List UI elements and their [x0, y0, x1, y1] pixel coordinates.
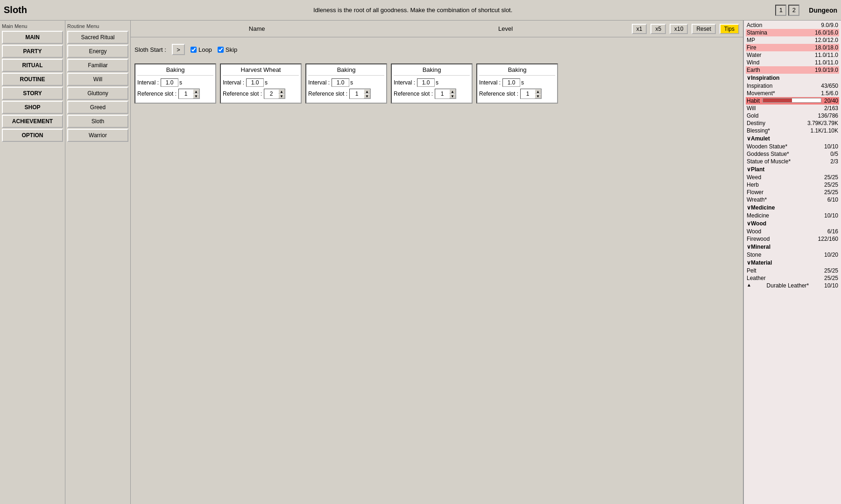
slot-2-interval-input[interactable] [246, 78, 264, 87]
skip-checkbox-label[interactable]: Skip [218, 46, 237, 53]
start-btn[interactable]: > [172, 44, 185, 55]
slot-4-interval-input[interactable] [417, 78, 435, 87]
loop-checkbox[interactable] [191, 47, 197, 53]
habit-label: Habit [747, 98, 760, 104]
x10-btn[interactable]: x10 [670, 24, 688, 34]
slot-4-interval-label: Interval : [394, 79, 415, 86]
story-btn[interactable]: STORY [2, 87, 63, 100]
earth-value: 19.0/19.0 [815, 67, 838, 73]
name-col-header: Name [134, 25, 379, 32]
tab-1-button[interactable]: 1 [775, 5, 786, 16]
slot-1-up[interactable]: ▲ [193, 89, 199, 94]
slot-1-s-label: s [179, 79, 182, 86]
slot-1-spinner: ▲ ▼ [178, 89, 200, 99]
content-area: Sloth Start : > Loop Skip Baking Interva… [131, 37, 743, 504]
slot-5: Baking Interval : s Reference slot : ▲ ▼ [476, 63, 558, 104]
weed-label: Weed [747, 174, 761, 181]
slot-1-ref-val[interactable] [179, 89, 193, 98]
level-col-header: Level [383, 25, 628, 32]
action-label: Action [747, 22, 762, 28]
wind-value: 11.0/11.0 [815, 59, 838, 66]
leather-stat: Leather 25/25 [746, 274, 839, 282]
achievement-btn[interactable]: ACHIEVEMENT [2, 115, 63, 128]
herb-stat: Herb 25/25 [746, 181, 839, 189]
slot-2-down[interactable]: ▼ [278, 94, 285, 98]
wooden-statue-value: 10/10 [824, 143, 838, 150]
slot-3-interval-label: Interval : [308, 79, 330, 86]
ritual-btn[interactable]: RITUAL [2, 59, 63, 72]
shop-btn[interactable]: SHOP [2, 101, 63, 114]
x1-btn[interactable]: x1 [632, 24, 647, 34]
wind-stat: Wind 11.0/11.0 [746, 59, 839, 66]
will-label: Will [747, 105, 756, 112]
slot-3-ref-label: Reference slot : [308, 91, 347, 97]
option-btn[interactable]: OPTION [2, 129, 63, 142]
party-btn[interactable]: PARTY [2, 45, 63, 58]
pelt-stat: Pelt 25/25 [746, 267, 839, 274]
slot-4-down[interactable]: ▼ [449, 94, 456, 98]
gluttony-btn[interactable]: Gluttony [67, 87, 128, 100]
slot-3-up[interactable]: ▲ [364, 89, 370, 94]
leather-label: Leather [747, 275, 766, 281]
slot-5-up[interactable]: ▲ [535, 89, 541, 94]
tips-btn[interactable]: Tips [720, 24, 739, 34]
routine-btn[interactable]: ROUTINE [2, 73, 63, 86]
wood-section: ∨Wood [746, 219, 839, 228]
water-value: 11.0/11.0 [815, 52, 838, 58]
slot-3: Baking Interval : s Reference slot : ▲ ▼ [305, 63, 387, 104]
slot-4-ref-row: Reference slot : ▲ ▼ [394, 89, 470, 99]
inspiration-section: ∨Inspiration [746, 74, 839, 82]
slot-1: Baking Interval : s Reference slot : ▲ ▼ [134, 63, 216, 104]
main-layout: Main Menu MAIN PARTY RITUAL ROUTINE STOR… [0, 21, 841, 504]
right-panel: Action 9.0/9.0 Stamina 16.0/16.0 MP 12.0… [743, 21, 841, 504]
slot-4-title: Baking [394, 66, 470, 76]
main-btn[interactable]: MAIN [2, 31, 63, 44]
durable-leather-stat: ▲ Durable Leather* 10/10 [746, 282, 839, 289]
slot-3-interval-input[interactable] [332, 78, 349, 87]
fire-label: Fire [747, 44, 756, 51]
durable-leather-label: Durable Leather* [767, 282, 809, 289]
familiar-btn[interactable]: Familiar [67, 59, 128, 72]
slot-1-down[interactable]: ▼ [193, 94, 199, 98]
slot-2-interval-row: Interval : s [223, 78, 299, 87]
habit-value: 20/40 [824, 98, 838, 104]
loop-checkbox-label[interactable]: Loop [191, 46, 212, 53]
sloth-btn[interactable]: Sloth [67, 115, 128, 128]
sloth-controls: Sloth Start : > Loop Skip [134, 41, 739, 58]
tab-2-button[interactable]: 2 [788, 5, 799, 16]
slot-4: Baking Interval : s Reference slot : ▲ ▼ [391, 63, 473, 104]
slot-4-spinner-btns: ▲ ▼ [449, 89, 456, 98]
movement-value: 1.5/6.0 [821, 90, 838, 97]
slot-2-ref-val[interactable] [264, 89, 278, 98]
will-btn[interactable]: Will [67, 73, 128, 86]
will-value: 2/163 [824, 105, 838, 112]
slot-5-ref-label: Reference slot : [479, 91, 518, 97]
slot-5-down[interactable]: ▼ [535, 94, 541, 98]
flower-value: 25/25 [824, 189, 838, 196]
earth-label: Earth [747, 67, 760, 73]
slot-5-ref-val[interactable] [521, 89, 535, 98]
destiny-value: 3.79K/3.79K [807, 120, 838, 126]
skip-label: Skip [226, 46, 237, 53]
greed-btn[interactable]: Greed [67, 101, 128, 114]
x5-btn[interactable]: x5 [650, 24, 666, 34]
warrior-btn[interactable]: Warrior [67, 129, 128, 142]
reset-btn[interactable]: Reset [692, 24, 715, 34]
goddess-statue-value: 0/5 [830, 151, 838, 157]
slot-3-down[interactable]: ▼ [364, 94, 370, 98]
skip-checkbox[interactable] [218, 47, 224, 53]
slot-2-up[interactable]: ▲ [278, 89, 285, 94]
water-label: Water [747, 52, 762, 58]
wreath-stat: Wreath* 6/10 [746, 196, 839, 203]
slot-4-ref-val[interactable] [435, 89, 449, 98]
slot-5-interval-input[interactable] [502, 78, 520, 87]
slot-3-ref-val[interactable] [350, 89, 364, 98]
slot-4-up[interactable]: ▲ [449, 89, 456, 94]
slot-1-interval-input[interactable] [161, 78, 178, 87]
slot-3-title: Baking [308, 66, 384, 76]
statue-muscle-stat: Statue of Muscle* 2/3 [746, 158, 839, 165]
dungeon-label: Dungeon [809, 7, 837, 14]
sacred-ritual-btn[interactable]: Sacred Ritual [67, 31, 128, 44]
energy-btn[interactable]: Energy [67, 45, 128, 58]
slot-5-spinner: ▲ ▼ [520, 89, 542, 99]
